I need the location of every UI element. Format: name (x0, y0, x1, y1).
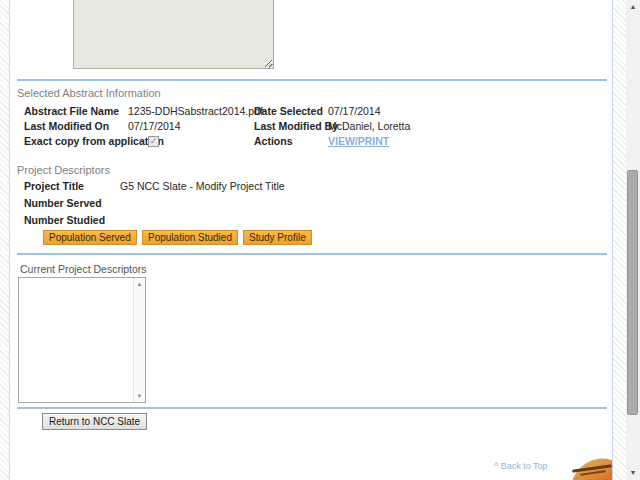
listbox-scrollbar[interactable]: ▲ ▼ (133, 278, 145, 402)
last-modified-by-value: McDaniel, Loretta (328, 119, 410, 134)
project-section-heading: Project Descriptors (17, 164, 110, 176)
exact-copy-label: Exact copy from application (24, 134, 164, 149)
page: { "colors": { "divider_blue": "#9dc2ea",… (0, 0, 640, 480)
page-scrollbar[interactable]: ▲ ▼ (626, 0, 640, 480)
return-to-ncc-slate-button[interactable]: Return to NCC Slate (42, 413, 147, 430)
last-modified-on-label: Last Modified On (24, 119, 109, 134)
main-content-panel: Selected Abstract Information Abstract F… (9, 0, 613, 480)
view-print-link[interactable]: VIEW/PRINT (328, 134, 389, 149)
exact-copy-checkbox[interactable]: ✓ (148, 136, 159, 147)
project-title-label: Project Title (24, 179, 84, 194)
population-served-button[interactable]: Population Served (43, 230, 137, 245)
back-to-top-link[interactable]: ^ Back to Top (494, 461, 548, 471)
date-selected-value: 07/17/2014 (328, 104, 381, 119)
abstract-file-name-value: 1235-DDHSabstract2014.pdf (128, 104, 263, 119)
number-served-label: Number Served (24, 196, 102, 211)
project-title-value: G5 NCC Slate - Modify Project Title (120, 179, 285, 194)
population-studied-button[interactable]: Population Studied (142, 230, 238, 245)
last-modified-on-value: 07/17/2014 (128, 119, 181, 134)
scrollbar-thumb[interactable] (627, 170, 638, 415)
number-studied-label: Number Studied (24, 213, 105, 228)
section-divider (17, 407, 607, 409)
decorative-artwork (566, 455, 612, 480)
abstract-text-area[interactable] (73, 0, 274, 69)
scroll-up-icon[interactable]: ▲ (626, 0, 640, 14)
current-descriptors-heading: Current Project Descriptors (20, 263, 147, 275)
abstract-file-name-label: Abstract File Name (24, 104, 119, 119)
scroll-down-icon[interactable]: ▼ (626, 466, 640, 480)
date-selected-label: Date Selected (254, 104, 323, 119)
scroll-down-icon[interactable]: ▼ (134, 393, 145, 399)
study-profile-button[interactable]: Study Profile (243, 230, 312, 245)
last-modified-by-label: Last Modified By (254, 119, 338, 134)
actions-label: Actions (254, 134, 293, 149)
current-descriptors-listbox[interactable]: ▲ ▼ (18, 277, 146, 403)
section-divider (17, 253, 607, 255)
abstract-section-heading: Selected Abstract Information (17, 87, 161, 99)
scroll-up-icon[interactable]: ▲ (134, 281, 145, 287)
section-divider (17, 79, 607, 81)
check-icon: ✓ (150, 136, 158, 146)
